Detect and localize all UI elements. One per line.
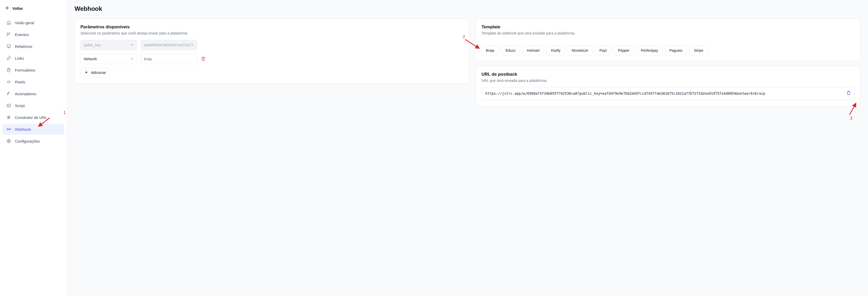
- terminal-icon: [6, 103, 11, 108]
- flag-icon: [6, 32, 11, 37]
- sidebar-item-label: Relatórios: [15, 44, 32, 49]
- sidebar-item-script[interactable]: Script: [3, 100, 64, 111]
- annotation-number-1: 1: [63, 110, 66, 115]
- sidebar-item-events[interactable]: Eventos: [3, 29, 64, 40]
- add-param-label: Adicionar: [91, 71, 106, 75]
- sidebar-item-label: Pixels: [15, 80, 25, 84]
- postback-card-subtitle: URL que será enviada para a plataforma.: [482, 79, 855, 83]
- broadcast-icon: [6, 127, 11, 132]
- clipboard-icon: [846, 90, 851, 97]
- delete-param-button[interactable]: [201, 56, 206, 61]
- annotation-arrow-3: [846, 101, 859, 116]
- svg-line-3: [8, 81, 9, 83]
- sidebar-item-label: Acionadores: [15, 91, 36, 96]
- sidebar-item-webhook[interactable]: Webhook: [3, 124, 64, 135]
- postback-card: URL de postback URL que será enviada par…: [476, 66, 860, 106]
- home-icon: [6, 20, 11, 25]
- copy-url-button[interactable]: [846, 91, 851, 96]
- postback-url-box: https://jstrc.app/w/6560af3f34b055f74253…: [482, 87, 855, 100]
- template-chip-eduzz[interactable]: Eduzz: [501, 46, 520, 55]
- sidebar-item-url-builder[interactable]: Construtor de URL 1: [3, 112, 64, 123]
- params-card-title: Parâmetros disponíveis: [81, 24, 464, 30]
- param-key-select-locked: public_key: [81, 40, 137, 50]
- sidebar-item-label: Configurações: [15, 139, 40, 143]
- svg-rect-14: [847, 91, 850, 95]
- sidebar-item-reports[interactable]: Relatórios: [3, 41, 64, 52]
- plus-icon: [84, 70, 88, 75]
- chevron-down-icon: [130, 43, 134, 47]
- template-card-title: Template: [482, 24, 855, 30]
- sidebar-item-label: Eventos: [15, 32, 29, 37]
- chevron-down-icon: [130, 57, 134, 61]
- sidebar-item-links[interactable]: Links: [3, 53, 64, 63]
- sidebar-item-label: Webhook: [15, 127, 31, 132]
- sidebar-item-label: Script: [15, 104, 25, 108]
- param-row: Network: [81, 54, 464, 64]
- back-link[interactable]: Voltar: [3, 5, 64, 16]
- annotation-number-3: 3: [850, 116, 852, 121]
- sidebar-item-triggers[interactable]: Acionadores: [3, 88, 64, 99]
- hash-icon: [6, 115, 11, 120]
- annotation-arrow-1: [35, 116, 51, 130]
- sidebar-item-forms[interactable]: Formulários: [3, 64, 64, 75]
- param-key-value: public_key: [84, 43, 101, 47]
- params-card-subtitle: Selecione os parâmetros que você deseja …: [81, 31, 464, 35]
- sidebar-item-label: Formulários: [15, 68, 35, 72]
- trash-icon: [201, 56, 206, 62]
- param-key-select[interactable]: Network: [81, 54, 137, 64]
- svg-point-10: [8, 129, 9, 130]
- template-chip-hotmart[interactable]: Hotmart: [523, 46, 544, 55]
- template-chip-monetizze[interactable]: Monetizze: [567, 46, 593, 55]
- gear-icon: [6, 138, 11, 144]
- param-key-value: Network: [84, 57, 97, 61]
- template-chip-perfectpay[interactable]: Perfectpay: [637, 46, 662, 55]
- template-chip-row: Braip Eduzz Hotmart Kiwify Monetizze Pay…: [482, 46, 855, 55]
- svg-line-8: [8, 115, 8, 119]
- params-card: Parâmetros disponíveis Selecione os parâ…: [74, 19, 469, 83]
- template-chip-braip[interactable]: Braip: [482, 46, 499, 55]
- template-chip-payt[interactable]: Payt: [595, 46, 611, 55]
- template-chip-kiwify[interactable]: Kiwify: [547, 46, 565, 55]
- rocket-icon: [6, 91, 11, 96]
- presentation-icon: [6, 44, 11, 49]
- sidebar-item-label: Visão geral: [15, 21, 34, 25]
- sidebar-item-overview[interactable]: Visão geral: [3, 17, 64, 28]
- svg-rect-5: [7, 104, 10, 107]
- sidebar-item-label: Links: [15, 56, 24, 60]
- main-content: Webhook Parâmetros disponíveis Selecione…: [67, 0, 868, 296]
- code-icon: [6, 79, 11, 84]
- svg-point-11: [8, 140, 9, 142]
- sidebar-item-pixels[interactable]: Pixels: [3, 76, 64, 87]
- sidebar-item-settings[interactable]: Configurações: [3, 136, 64, 146]
- sidebar: Voltar Visão geral Eventos Relatórios Li: [0, 0, 67, 296]
- template-chip-stripe[interactable]: Stripe: [689, 46, 708, 55]
- svg-rect-1: [7, 45, 10, 47]
- param-row: public_key: [81, 40, 464, 50]
- svg-line-9: [9, 115, 10, 119]
- page-title: Webhook: [74, 5, 860, 12]
- back-label: Voltar: [12, 6, 23, 10]
- template-chip-pagueio[interactable]: Pagueio: [665, 46, 687, 55]
- template-chip-pepper[interactable]: Pepper: [614, 46, 634, 55]
- annotation-arrow-2: [464, 38, 482, 51]
- postback-url-text: https://jstrc.app/w/6560af3f34b055f74253…: [486, 91, 765, 96]
- param-value-input-locked: [141, 40, 197, 50]
- param-value-input[interactable]: [141, 54, 197, 64]
- postback-card-title: URL de postback: [482, 72, 855, 77]
- add-param-button[interactable]: Adicionar: [81, 68, 110, 78]
- template-card-subtitle: Template do webhook que será enviado par…: [482, 31, 855, 35]
- arrow-left-icon: [5, 6, 10, 11]
- template-card: Template Template do webhook que será en…: [476, 19, 860, 61]
- link-icon: [6, 56, 11, 61]
- svg-point-4: [8, 93, 9, 93]
- document-icon: [6, 68, 11, 73]
